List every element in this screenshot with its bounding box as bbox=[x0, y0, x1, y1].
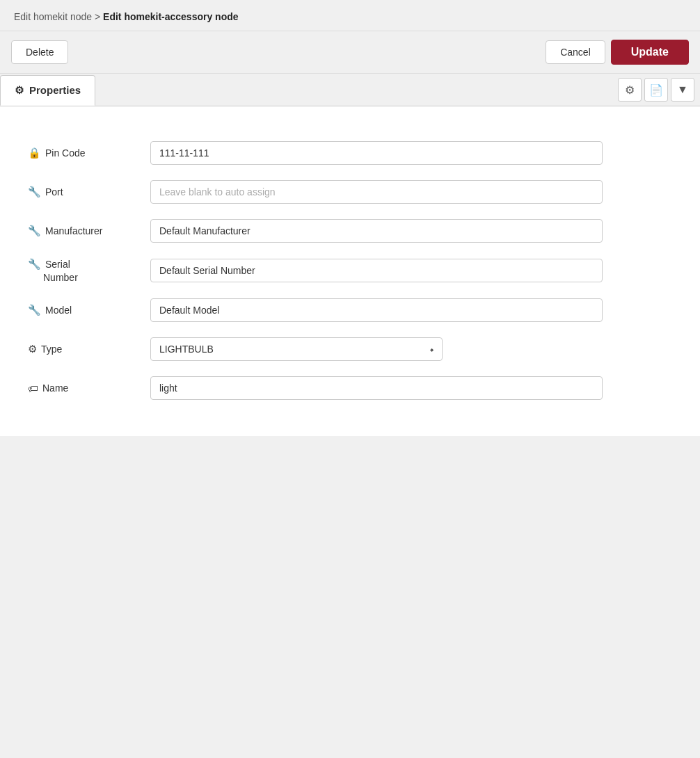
port-label: 🔧 Port bbox=[28, 186, 139, 198]
field-row-manufacturer: 🔧 Manufacturer bbox=[28, 219, 672, 243]
update-button[interactable]: Update bbox=[611, 40, 689, 65]
port-input[interactable] bbox=[150, 180, 603, 204]
chevron-icon-button[interactable]: ▼ bbox=[671, 78, 694, 102]
name-label: 🏷 Name bbox=[28, 382, 139, 394]
manufacturer-label-text: Manufacturer bbox=[45, 225, 102, 236]
chevron-down-icon: ▼ bbox=[677, 83, 688, 96]
manufacturer-label: 🔧 Manufacturer bbox=[28, 225, 139, 237]
type-select-wrapper: LIGHTBULB SWITCH OUTLET FAN THERMOSTAT bbox=[150, 337, 443, 361]
toolbar: Delete Cancel Update bbox=[0, 31, 700, 74]
wrench-icon-model: 🔧 bbox=[28, 304, 41, 316]
delete-button[interactable]: Delete bbox=[11, 40, 68, 64]
serial-number-icon-row: 🔧 Serial bbox=[28, 258, 70, 271]
type-label: ⚙ Type bbox=[28, 343, 139, 355]
lock-icon: 🔒 bbox=[28, 147, 41, 159]
type-label-text: Type bbox=[41, 344, 62, 355]
field-row-name: 🏷 Name bbox=[28, 376, 672, 400]
field-row-serial-number: 🔧 Serial Number bbox=[28, 258, 672, 283]
tag-icon: 🏷 bbox=[28, 382, 38, 394]
name-label-text: Name bbox=[42, 382, 68, 394]
pin-code-label: 🔒 Pin Code bbox=[28, 147, 139, 159]
serial-number-input[interactable] bbox=[150, 259, 603, 282]
serial-number-label-line2: Number bbox=[28, 272, 78, 283]
model-label-text: Model bbox=[45, 305, 72, 316]
field-row-pin-code: 🔒 Pin Code bbox=[28, 141, 672, 165]
pin-code-input[interactable] bbox=[150, 141, 603, 165]
tab-area: ⚙ Properties ⚙ 📄 ▼ bbox=[0, 74, 700, 106]
properties-tab-label: Properties bbox=[29, 84, 81, 96]
wrench-icon-port: 🔧 bbox=[28, 186, 41, 198]
field-row-port: 🔧 Port bbox=[28, 180, 672, 204]
breadcrumb-parent: Edit homekit node bbox=[14, 11, 92, 22]
model-label: 🔧 Model bbox=[28, 304, 139, 316]
serial-number-label-line1: Serial bbox=[45, 259, 70, 270]
properties-tab-icon: ⚙ bbox=[15, 84, 24, 97]
field-row-type: ⚙ Type LIGHTBULB SWITCH OUTLET FAN THERM… bbox=[28, 337, 672, 361]
field-row-model: 🔧 Model bbox=[28, 298, 672, 322]
toolbar-right: Cancel Update bbox=[546, 40, 689, 65]
wrench-icon-manufacturer: 🔧 bbox=[28, 225, 41, 237]
model-input[interactable] bbox=[150, 298, 603, 322]
port-label-text: Port bbox=[45, 186, 63, 197]
name-input[interactable] bbox=[150, 376, 603, 400]
gear-icon: ⚙ bbox=[625, 83, 635, 97]
type-select[interactable]: LIGHTBULB SWITCH OUTLET FAN THERMOSTAT bbox=[150, 337, 443, 361]
properties-panel: 🔒 Pin Code 🔧 Port 🔧 Manufacturer 🔧 Seria… bbox=[0, 106, 700, 436]
breadcrumb: Edit homekit node > Edit homekit-accesso… bbox=[14, 11, 239, 22]
breadcrumb-bar: Edit homekit node > Edit homekit-accesso… bbox=[0, 0, 700, 31]
pin-code-label-text: Pin Code bbox=[45, 147, 86, 159]
breadcrumb-current: Edit homekit-accessory node bbox=[103, 11, 239, 22]
settings-icon-button[interactable]: ⚙ bbox=[618, 78, 642, 102]
gear-icon-type: ⚙ bbox=[28, 343, 37, 355]
wrench-icon-serial: 🔧 bbox=[28, 258, 41, 271]
tab-icons: ⚙ 📄 ▼ bbox=[612, 74, 700, 106]
serial-number-label: 🔧 Serial Number bbox=[28, 258, 139, 283]
manufacturer-input[interactable] bbox=[150, 219, 603, 243]
cancel-button[interactable]: Cancel bbox=[546, 40, 605, 64]
tab-properties[interactable]: ⚙ Properties bbox=[0, 75, 95, 106]
doc-icon-button[interactable]: 📄 bbox=[644, 78, 668, 102]
breadcrumb-separator: > bbox=[95, 11, 103, 22]
document-icon: 📄 bbox=[649, 83, 663, 97]
